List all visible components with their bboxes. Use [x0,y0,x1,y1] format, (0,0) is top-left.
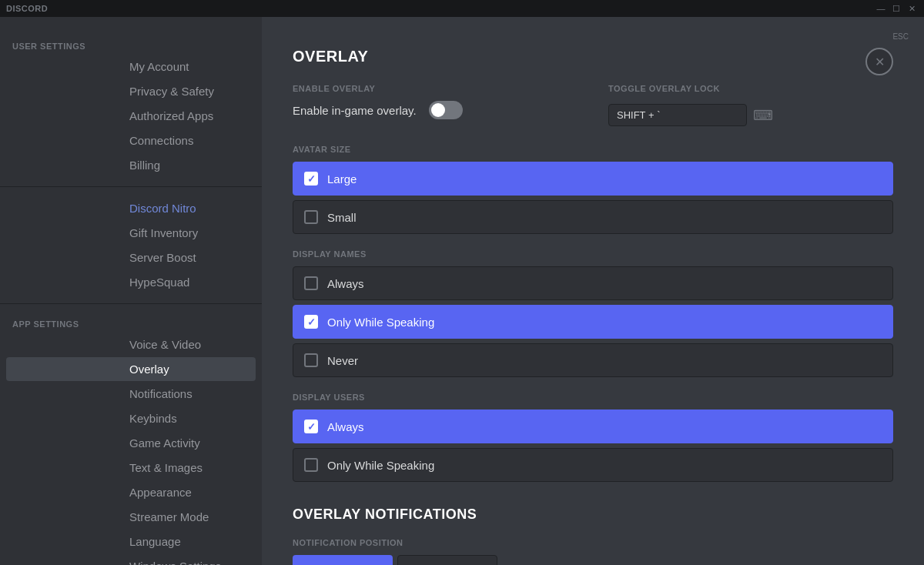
sidebar-item-keybinds[interactable]: Keybinds [6,406,256,430]
close-window-button[interactable]: ✕ [906,2,918,15]
sidebar-divider [0,186,262,187]
toggle-knob [431,103,445,117]
sidebar-divider-2 [0,303,262,304]
user-settings-label: USER SETTINGS [0,35,262,54]
close-area: ✕ ESC [892,32,909,41]
sidebar: USER SETTINGS My Account Privacy & Safet… [0,17,262,565]
avatar-size-large[interactable]: Large [293,162,893,196]
enable-overlay-text: Enable in-game overlay. [293,104,417,117]
app-settings-label: APP SETTINGS [0,313,262,332]
titlebar: DISCORD — ☐ ✕ [0,0,924,17]
avatar-large-label: Large [327,172,357,186]
sidebar-item-hypesquad[interactable]: HypeSquad [6,270,256,294]
toggle-overlay-lock-col: TOGGLE OVERLAY LOCK ⌨ [608,84,893,126]
display-users-speaking[interactable]: Only While Speaking [293,448,893,482]
enable-overlay-label: ENABLE OVERLAY [293,84,578,93]
sidebar-item-notifications[interactable]: Notifications [6,382,256,406]
close-button[interactable]: ✕ [865,48,893,75]
keybind-input[interactable] [608,104,747,126]
close-label: ESC [892,32,909,41]
display-names-always-label: Always [327,277,364,290]
sidebar-item-billing[interactable]: Billing [6,153,256,177]
sidebar-item-windows-settings[interactable]: Windows Settings [6,554,256,565]
sidebar-item-my-account[interactable]: My Account [6,55,256,79]
sidebar-item-voice-video[interactable]: Voice & Video [6,333,256,356]
notification-position-label: NOTIFICATION POSITION [293,538,893,547]
notif-pos-btn-2[interactable] [397,555,497,565]
avatar-small-checkbox [304,210,318,224]
display-names-label: DISPLAY NAMES [293,249,893,259]
display-names-never-label: Never [327,354,358,367]
keyboard-icon: ⌨ [753,107,773,124]
sidebar-item-privacy-safety[interactable]: Privacy & Safety [6,79,256,103]
sidebar-item-text-images[interactable]: Text & Images [6,456,256,480]
sidebar-item-discord-nitro[interactable]: Discord Nitro [6,196,256,220]
display-names-always-checkbox [304,276,318,290]
overlay-notifications-title: OVERLAY NOTIFICATIONS [293,506,893,523]
sidebar-item-server-boost[interactable]: Server Boost [6,246,256,269]
keybind-row: ⌨ [608,104,893,126]
main-content: ✕ ESC OVERLAY ENABLE OVERLAY Enable in-g… [262,17,924,565]
display-names-never[interactable]: Never [293,343,893,377]
display-users-speaking-label: Only While Speaking [327,459,434,472]
avatar-size-small[interactable]: Small [293,200,893,234]
avatar-size-label: AVATAR SIZE [293,145,893,154]
toggle-overlay-lock-label: TOGGLE OVERLAY LOCK [608,84,893,93]
app-title: DISCORD [6,4,48,13]
maximize-button[interactable]: ☐ [890,2,902,15]
enable-overlay-col: ENABLE OVERLAY Enable in-game overlay. [293,84,578,119]
display-users-label: DISPLAY USERS [293,393,893,402]
display-names-speaking-checkbox [304,315,318,329]
minimize-button[interactable]: — [875,2,887,15]
sidebar-item-streamer-mode[interactable]: Streamer Mode [6,505,256,529]
sidebar-item-gift-inventory[interactable]: Gift Inventory [6,221,256,245]
notification-position-preview [293,555,893,565]
avatar-size-options: Large Small [293,162,893,234]
display-names-never-checkbox [304,353,318,367]
overlay-top-row: ENABLE OVERLAY Enable in-game overlay. T… [293,84,893,126]
display-users-options: Always Only While Speaking [293,410,893,482]
sidebar-item-language[interactable]: Language [6,530,256,553]
page-title: OVERLAY [293,48,893,65]
display-users-always[interactable]: Always [293,410,893,443]
display-names-options: Always Only While Speaking Never [293,266,893,377]
sidebar-item-game-activity[interactable]: Game Activity [6,431,256,455]
avatar-small-label: Small [327,211,357,224]
avatar-large-checkbox [304,172,318,186]
display-names-speaking-label: Only While Speaking [327,316,434,329]
sidebar-item-appearance[interactable]: Appearance [6,480,256,504]
sidebar-item-authorized-apps[interactable]: Authorized Apps [6,104,256,128]
sidebar-item-connections[interactable]: Connections [6,129,256,152]
display-users-always-checkbox [304,420,318,433]
close-icon: ✕ [875,55,885,69]
display-users-speaking-checkbox [304,458,318,472]
enable-overlay-row: Enable in-game overlay. [293,101,578,119]
app-body: USER SETTINGS My Account Privacy & Safet… [0,17,924,565]
display-users-always-label: Always [327,420,364,433]
display-names-always[interactable]: Always [293,266,893,300]
window-controls: — ☐ ✕ [875,2,918,15]
notif-pos-btn-1[interactable] [293,555,393,565]
display-names-speaking[interactable]: Only While Speaking [293,305,893,339]
sidebar-item-overlay[interactable]: Overlay [6,357,256,381]
enable-overlay-toggle[interactable] [429,101,463,119]
